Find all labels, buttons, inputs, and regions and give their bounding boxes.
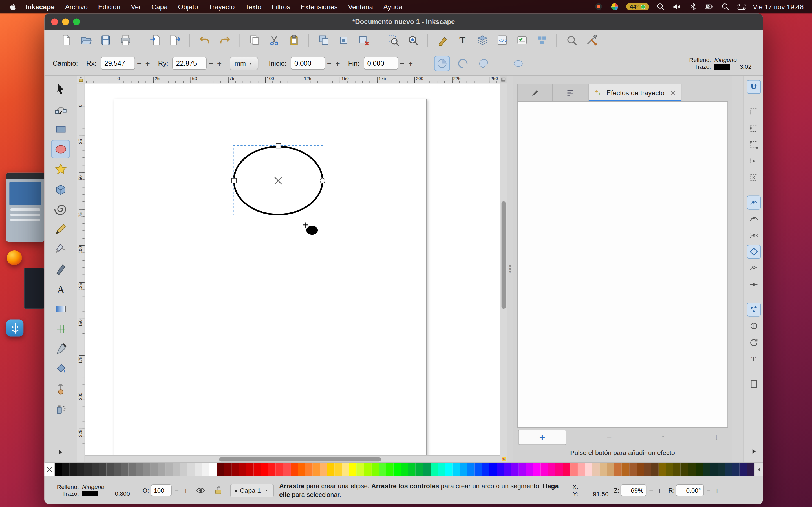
palette-swatch[interactable] xyxy=(445,463,452,476)
pencil-tool-button[interactable] xyxy=(51,220,70,238)
layer-visibility-button[interactable] xyxy=(195,484,207,497)
menubar-item-filtros[interactable]: Filtros xyxy=(272,3,290,10)
zoom-selection-button[interactable] xyxy=(385,32,401,48)
open-document-button[interactable] xyxy=(77,32,94,48)
rectangle-tool-button[interactable] xyxy=(51,120,70,138)
finder-icon[interactable] xyxy=(6,320,23,337)
palette-swatch[interactable] xyxy=(342,463,349,476)
palette-swatch[interactable] xyxy=(423,463,430,476)
snap-bbox-corner-button[interactable] xyxy=(747,138,761,152)
palette-swatch[interactable] xyxy=(349,463,357,476)
remove-effect-button[interactable]: − xyxy=(599,433,620,442)
battery-charging-icon[interactable] xyxy=(704,2,714,11)
control-center-icon[interactable] xyxy=(737,2,746,11)
palette-swatch[interactable] xyxy=(614,463,622,476)
snap-smooth-button[interactable] xyxy=(747,261,761,275)
calligraphy-tool-button[interactable] xyxy=(51,260,70,278)
firefox-icon[interactable] xyxy=(7,250,22,265)
background-window-dark[interactable] xyxy=(24,268,44,309)
start-increment-button[interactable]: + xyxy=(334,57,342,69)
palette-swatch[interactable] xyxy=(600,463,607,476)
palette-swatch[interactable] xyxy=(158,463,165,476)
end-decrement-button[interactable]: − xyxy=(398,57,407,69)
palette-swatch[interactable] xyxy=(62,463,69,476)
palette-swatch[interactable] xyxy=(121,463,128,476)
effects-list-empty[interactable] xyxy=(517,101,728,428)
palette-swatch[interactable] xyxy=(482,463,489,476)
palette-swatch[interactable] xyxy=(261,463,268,476)
more-tools-button[interactable] xyxy=(54,446,66,459)
menubar-item-objeto[interactable]: Objeto xyxy=(178,3,198,10)
snap-bbox-midpoint-button[interactable] xyxy=(747,154,761,168)
make-whole-button[interactable] xyxy=(510,55,526,71)
snap-bbox-button[interactable] xyxy=(747,105,761,119)
dock-splitter[interactable]: ••• xyxy=(507,76,513,462)
arc-chord-toggle[interactable] xyxy=(476,55,492,71)
export-button[interactable] xyxy=(166,32,183,48)
palette-swatch[interactable] xyxy=(607,463,614,476)
snap-bbox-edge-button[interactable] xyxy=(747,121,761,135)
palette-swatch[interactable] xyxy=(534,463,541,476)
horizontal-scrollbar[interactable] xyxy=(85,455,500,462)
palette-swatch[interactable] xyxy=(92,463,99,476)
palette-swatch[interactable] xyxy=(77,463,84,476)
new-document-button[interactable] xyxy=(57,32,74,48)
palette-swatch[interactable] xyxy=(489,463,497,476)
palette-swatch[interactable] xyxy=(217,463,224,476)
palette-swatch[interactable] xyxy=(555,463,563,476)
palette-swatch[interactable] xyxy=(519,463,526,476)
snap-intersection-button[interactable] xyxy=(747,228,761,242)
palette-swatch[interactable] xyxy=(187,463,195,476)
palette-swatch[interactable] xyxy=(378,463,386,476)
box3d-tool-button[interactable] xyxy=(51,180,70,198)
palette-swatch[interactable] xyxy=(592,463,600,476)
palette-swatch[interactable] xyxy=(298,463,305,476)
palette-swatch[interactable] xyxy=(740,463,747,476)
palette-swatch[interactable] xyxy=(680,463,688,476)
color-managed-button[interactable] xyxy=(500,455,507,462)
palette-swatch[interactable] xyxy=(253,463,261,476)
palette-swatch[interactable] xyxy=(622,463,629,476)
drawing-layer[interactable] xyxy=(85,83,500,455)
duplicate-button[interactable] xyxy=(315,32,332,48)
import-button[interactable] xyxy=(147,32,163,48)
arc-slice-toggle[interactable] xyxy=(434,55,450,71)
palette-swatch[interactable] xyxy=(497,463,504,476)
palette-swatch[interactable] xyxy=(570,463,577,476)
palette-swatch[interactable] xyxy=(526,463,534,476)
zoom-increment-button[interactable]: + xyxy=(656,485,663,496)
palette-swatch[interactable] xyxy=(364,463,371,476)
sb-stroke-value[interactable]: 0.800 xyxy=(115,491,137,497)
palette-swatch[interactable] xyxy=(673,463,680,476)
paste-button[interactable] xyxy=(285,32,302,48)
opacity-input[interactable] xyxy=(151,485,171,496)
vertical-ruler[interactable]: 0255075100125150175200225 xyxy=(77,83,85,462)
node-editor-tool-button[interactable] xyxy=(51,100,70,118)
palette-swatch[interactable] xyxy=(371,463,378,476)
palette-swatch[interactable] xyxy=(548,463,555,476)
palette-swatch[interactable] xyxy=(268,463,276,476)
palette-swatch[interactable] xyxy=(276,463,283,476)
palette-swatch[interactable] xyxy=(578,463,585,476)
palette-swatch[interactable] xyxy=(732,463,740,476)
menubar-clock[interactable]: Vie 17 nov 19:48 xyxy=(753,3,804,10)
palette-swatch[interactable] xyxy=(504,463,511,476)
more-snaps-button[interactable] xyxy=(747,445,761,458)
spray-tool-button[interactable] xyxy=(51,399,70,418)
menubar-app-name[interactable]: Inkscape xyxy=(26,3,55,10)
menubar-item-ventana[interactable]: Ventana xyxy=(348,3,373,10)
menubar-item-extensiones[interactable]: Extensiones xyxy=(301,3,338,10)
rx-decrement-button[interactable]: − xyxy=(135,57,144,69)
palette-swatch[interactable] xyxy=(180,463,187,476)
tab-objects[interactable] xyxy=(553,84,588,101)
canvas-corner-button[interactable] xyxy=(500,76,507,83)
palette-swatch[interactable] xyxy=(725,463,732,476)
rotation-decrement-button[interactable]: − xyxy=(705,485,712,496)
background-window[interactable] xyxy=(6,173,44,242)
vertical-scrollbar[interactable] xyxy=(500,83,507,455)
palette-swatch[interactable] xyxy=(70,463,77,476)
arc-open-toggle[interactable] xyxy=(455,55,470,71)
bluetooth-icon[interactable] xyxy=(688,2,698,11)
print-button[interactable] xyxy=(117,32,134,48)
layers-dialog-button[interactable] xyxy=(474,32,491,48)
